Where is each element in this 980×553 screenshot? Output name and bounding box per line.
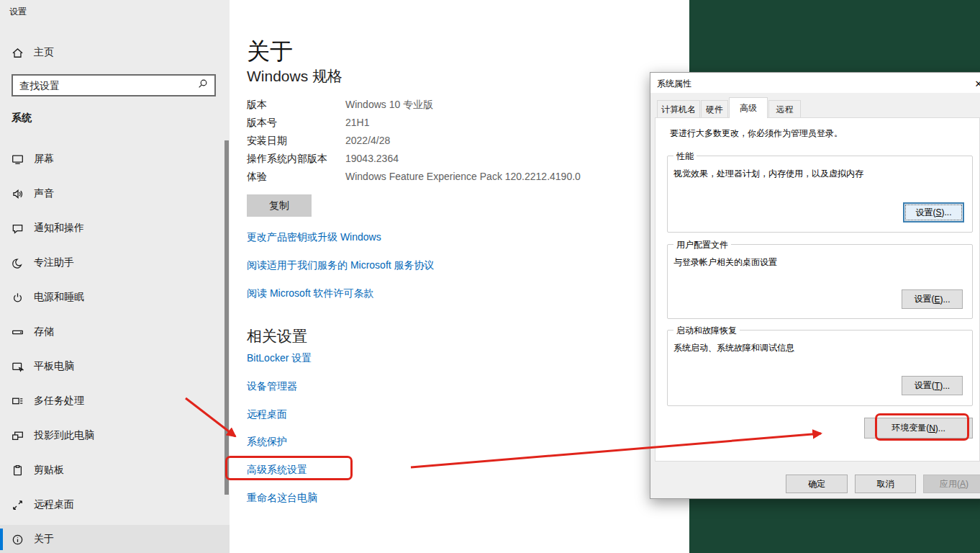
spec-value: 21H1 — [345, 117, 369, 135]
tab-hardware[interactable]: 硬件 — [701, 100, 728, 118]
spec-row: 体验 Windows Feature Experience Pack 120.2… — [247, 171, 650, 189]
home-icon — [11, 46, 24, 59]
projecting-icon — [11, 429, 24, 442]
sidebar-item-label: 电源和睡眠 — [34, 291, 84, 304]
dialog-title: 系统属性 — [657, 78, 691, 90]
remote-desktop-icon — [11, 498, 24, 511]
sidebar-item-label: 多任务处理 — [34, 395, 84, 408]
spec-value: Windows 10 专业版 — [345, 99, 433, 117]
dialog-titlebar: 系统属性 ✕ — [650, 73, 980, 93]
sidebar-item-tablet[interactable]: 平板电脑 — [0, 352, 230, 381]
search-input[interactable] — [13, 80, 197, 91]
settings-window: 设置 – ☐ ✕ 主页 系统 屏幕 声音 通知和操作 专注助手 — [0, 0, 689, 553]
sidebar-section-title: 系统 — [12, 112, 32, 125]
sidebar-item-label: 存储 — [34, 325, 54, 338]
spec-label: 操作系统内部版本 — [247, 153, 345, 171]
user-profiles-group: 用户配置文件 与登录帐户相关的桌面设置 设置(E)... — [667, 244, 973, 319]
multitasking-icon — [11, 395, 24, 408]
sidebar-item-label: 关于 — [34, 533, 54, 546]
group-description: 视觉效果，处理器计划，内存使用，以及虚拟内存 — [673, 168, 863, 180]
sidebar-item-projecting[interactable]: 投影到此电脑 — [0, 421, 230, 450]
sidebar-item-label: 平板电脑 — [34, 360, 74, 373]
sidebar-item-storage[interactable]: 存储 — [0, 318, 230, 346]
search-box — [12, 74, 216, 96]
sidebar-item-sound[interactable]: 声音 — [0, 179, 230, 208]
sidebar-item-label: 通知和操作 — [34, 222, 84, 235]
group-description: 与登录帐户相关的桌面设置 — [673, 256, 777, 269]
sidebar-item-home[interactable]: 主页 — [0, 40, 230, 65]
sidebar-item-label: 远程桌面 — [34, 498, 74, 511]
copy-button[interactable]: 复制 — [247, 194, 312, 217]
link-device-manager[interactable]: 设备管理器 — [247, 380, 297, 393]
spec-row: 操作系统内部版本 19043.2364 — [247, 153, 650, 171]
spec-value: 19043.2364 — [345, 153, 399, 171]
performance-group: 性能 视觉效果，处理器计划，内存使用，以及虚拟内存 设置(S)... — [667, 156, 973, 233]
related-settings-heading: 相关设置 — [247, 326, 307, 346]
link-remote-desktop[interactable]: 远程桌面 — [247, 408, 287, 421]
dialog-close-button[interactable]: ✕ — [970, 76, 980, 91]
search-icon — [197, 78, 208, 92]
app-title: 设置 — [9, 6, 27, 18]
tab-computer-name[interactable]: 计算机名 — [657, 100, 700, 118]
sidebar-item-about[interactable]: 关于 — [0, 525, 230, 553]
link-rename-pc[interactable]: 重命名这台电脑 — [247, 492, 317, 505]
tab-remote[interactable]: 远程 — [768, 100, 801, 118]
notifications-icon — [11, 222, 24, 235]
group-title: 启动和故障恢复 — [673, 325, 740, 337]
spec-row: 安装日期 2022/4/28 — [247, 135, 650, 153]
selected-indicator — [0, 529, 3, 550]
link-advanced-system-settings[interactable]: 高级系统设置 — [247, 464, 307, 477]
startup-recovery-settings-button[interactable]: 设置(T)... — [902, 376, 963, 395]
group-title: 用户配置文件 — [673, 239, 731, 251]
link-change-product-key[interactable]: 更改产品密钥或升级 Windows — [247, 231, 381, 244]
environment-variables-button[interactable]: 环境变量(N)... — [864, 418, 973, 439]
spec-label: 体验 — [247, 171, 345, 189]
sidebar-item-label: 声音 — [34, 187, 54, 200]
spec-row: 版本 Windows 10 专业版 — [247, 99, 650, 117]
about-page: 关于 Windows 规格 版本 Windows 10 专业版 版本号 21H1… — [230, 0, 689, 553]
sidebar-item-display[interactable]: 屏幕 — [0, 145, 230, 174]
spec-row: 版本号 21H1 — [247, 117, 650, 135]
sidebar-item-notifications[interactable]: 通知和操作 — [0, 214, 230, 243]
info-icon — [11, 533, 24, 546]
spec-label: 版本号 — [247, 117, 345, 135]
spec-value: 2022/4/28 — [345, 135, 390, 153]
windows-spec-heading: Windows 规格 — [247, 66, 342, 86]
apply-button[interactable]: 应用(A) — [923, 475, 980, 493]
sidebar-home-label: 主页 — [34, 46, 54, 59]
sound-icon — [11, 187, 24, 200]
moon-icon — [11, 256, 24, 269]
link-system-protection[interactable]: 系统保护 — [247, 436, 287, 449]
startup-recovery-group: 启动和故障恢复 系统启动、系统故障和调试信息 设置(T)... — [667, 330, 973, 406]
clipboard-icon — [11, 464, 24, 477]
link-bitlocker[interactable]: BitLocker 设置 — [247, 352, 312, 365]
sidebar-item-power-sleep[interactable]: 电源和睡眠 — [0, 283, 230, 312]
sidebar-item-label: 剪贴板 — [34, 464, 64, 477]
system-properties-dialog: 系统属性 ✕ 计算机名 硬件 高级 远程 要进行大多数更改，你必须作为管理员登录… — [650, 72, 980, 499]
group-description: 系统启动、系统故障和调试信息 — [673, 342, 794, 354]
sidebar-item-multitasking[interactable]: 多任务处理 — [0, 387, 230, 415]
spec-value: Windows Feature Experience Pack 120.2212… — [345, 171, 581, 189]
cancel-button[interactable]: 取消 — [855, 475, 916, 493]
ok-button[interactable]: 确定 — [786, 475, 848, 493]
power-icon — [11, 291, 24, 304]
sidebar-item-label: 专注助手 — [34, 256, 74, 269]
sidebar-item-remote-desktop[interactable]: 远程桌面 — [0, 490, 230, 519]
link-license-terms[interactable]: 阅读 Microsoft 软件许可条款 — [247, 287, 374, 300]
admin-note: 要进行大多数更改，你必须作为管理员登录。 — [670, 127, 843, 140]
user-profiles-settings-button[interactable]: 设置(E)... — [902, 289, 963, 309]
display-icon — [11, 153, 24, 166]
sidebar-scrollbar[interactable] — [224, 140, 229, 495]
group-title: 性能 — [673, 150, 697, 163]
page-title: 关于 — [247, 36, 293, 68]
tab-advanced[interactable]: 高级 — [729, 97, 768, 118]
sidebar-item-focus-assist[interactable]: 专注助手 — [0, 248, 230, 277]
tablet-icon — [11, 360, 24, 373]
sidebar-item-label: 投影到此电脑 — [34, 429, 94, 442]
storage-icon — [11, 325, 24, 338]
spec-label: 安装日期 — [247, 135, 345, 153]
performance-settings-button[interactable]: 设置(S)... — [903, 202, 964, 222]
link-services-agreement[interactable]: 阅读适用于我们服务的 Microsoft 服务协议 — [247, 259, 435, 272]
spec-label: 版本 — [247, 99, 345, 117]
sidebar-item-clipboard[interactable]: 剪贴板 — [0, 456, 230, 485]
